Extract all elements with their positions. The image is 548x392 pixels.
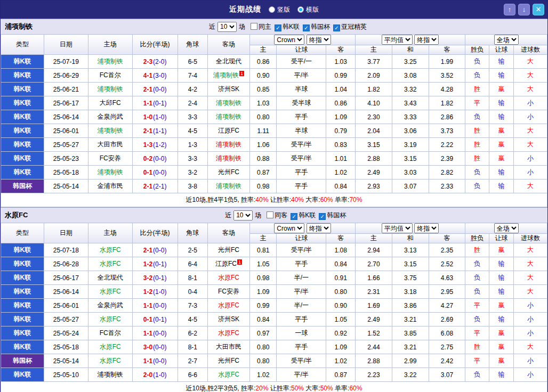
average-select[interactable]: 平均值 <box>382 223 413 233</box>
away-team-cell[interactable]: 济州SK <box>208 83 250 96</box>
odds-stage-select[interactable]: 终指 <box>307 35 331 45</box>
filter-checkbox-亚冠精英[interactable]: ✓亚冠精英 <box>330 23 367 30</box>
score-cell[interactable]: 3-0(0-0) <box>132 340 178 354</box>
away-team-cell[interactable]: 浦项制铁 <box>208 138 250 152</box>
away-team-cell[interactable]: 光州FC <box>208 243 250 257</box>
away-team-cell[interactable]: 光州FC <box>208 354 250 368</box>
away-team-name: 浦项制铁 <box>216 113 241 120</box>
home-team-cell[interactable]: FC安养 <box>88 152 132 166</box>
score-cell[interactable]: 1-1(0-1) <box>132 96 178 110</box>
home-team-cell[interactable]: 全北现代 <box>88 271 132 285</box>
home-team-cell[interactable]: 浦项制铁 <box>88 166 132 179</box>
score-cell[interactable]: 1-1(0-0) <box>132 354 178 368</box>
away-team-cell[interactable]: 水原FC <box>208 326 250 340</box>
filter-checkbox-韩K联[interactable]: ✓韩K联 <box>271 23 300 30</box>
view-mode-radio-vertical[interactable]: 竖版 <box>269 5 290 14</box>
handicap-cell: 半/一 <box>277 299 326 313</box>
score-cell[interactable]: 1-1(0-0) <box>132 299 178 313</box>
recent-count-select[interactable]: 10 <box>217 22 237 32</box>
date-cell: 25-05-18 <box>44 166 88 179</box>
scope-select[interactable]: 全场 <box>494 35 519 45</box>
filter-checkbox-同客[interactable]: 同客 <box>263 211 287 219</box>
score-cell[interactable]: 1-0(1-0) <box>132 110 178 124</box>
corner-cell: 4-2 <box>178 83 208 96</box>
home-team-cell[interactable]: 水原FC <box>88 243 132 257</box>
filter-label: 同客 <box>275 211 287 219</box>
away-team-cell[interactable]: 水原FC <box>208 299 250 313</box>
bookmaker-select[interactable]: Crown <box>274 35 304 45</box>
score-cell[interactable]: 4-1(3-0) <box>132 69 178 83</box>
score-cell[interactable]: 2-1(1-1) <box>132 124 178 138</box>
scope-select[interactable]: 全场 <box>494 223 519 233</box>
home-team-cell[interactable]: 金泉尚武 <box>88 299 132 313</box>
score-cell[interactable]: 0-1(0-0) <box>132 166 178 179</box>
home-team-cell[interactable]: 浦项制铁 <box>88 368 132 382</box>
col-odds-away: 客 <box>326 234 356 243</box>
col-handicap-result: 让球 <box>489 45 513 55</box>
score-cell[interactable]: 2-0(1-0) <box>132 368 178 382</box>
home-team-cell[interactable]: 大田市民 <box>88 138 132 152</box>
home-team-cell[interactable]: 大邱FC <box>88 96 132 110</box>
away-team-cell[interactable]: 江原FC1 <box>208 257 250 271</box>
home-team-cell[interactable]: FC首尔 <box>88 69 132 83</box>
away-team-cell[interactable]: 全北现代 <box>208 55 250 69</box>
away-team-cell[interactable]: 光州FC <box>208 166 250 179</box>
bookmaker-select[interactable]: Crown <box>274 223 304 233</box>
away-team-cell[interactable]: 大田市民 <box>208 340 250 354</box>
section-header-bar: 浦项制铁 近 10 场 同主✓韩K联✓韩国杯✓亚冠精英 <box>1 19 547 34</box>
score-cell[interactable]: 1-2(1-0) <box>132 285 178 299</box>
recent-count-select[interactable]: 10 <box>233 210 253 220</box>
score-cell[interactable]: 1-1(0-0) <box>132 326 178 340</box>
avg-stage-select[interactable]: 终指 <box>414 35 439 45</box>
score-cell[interactable]: 2-3(2-0) <box>132 55 178 69</box>
away-team-cell[interactable]: 浦项制铁 <box>208 96 250 110</box>
score-cell[interactable]: 0-1(0-1) <box>132 313 178 326</box>
close-button[interactable]: ✕ <box>533 4 544 15</box>
away-team-cell[interactable]: 济州SK <box>208 313 250 326</box>
halftime-score: (0-0) <box>153 155 166 162</box>
away-team-cell[interactable]: 水原FC <box>208 368 250 382</box>
summary-text: 让胜率: <box>268 196 291 203</box>
score-cell[interactable]: 0-2(0-0) <box>132 152 178 166</box>
filter-checkbox-韩国杯[interactable]: ✓韩国杯 <box>300 23 330 30</box>
filter-checkbox-韩国杯[interactable]: ✓韩国杯 <box>316 211 346 219</box>
league-cell: 韩K联 <box>1 110 44 124</box>
filter-checkbox-同主[interactable]: 同主 <box>247 23 271 30</box>
move-down-button[interactable]: ↓ <box>518 4 530 15</box>
away-team-cell[interactable]: 浦项制铁1 <box>208 69 250 83</box>
score-cell[interactable]: 2-1(2-1) <box>132 179 178 193</box>
view-mode-radio-horizontal[interactable]: 横版 <box>297 5 319 14</box>
move-up-button[interactable]: ↑ <box>504 4 515 15</box>
avg-draw-cell: 3.08 <box>392 69 429 83</box>
home-team-cell[interactable]: 水原FC <box>88 354 132 368</box>
filter-checkbox-韩K联[interactable]: ✓韩K联 <box>287 211 316 219</box>
home-team-cell[interactable]: 金泉尚武 <box>88 110 132 124</box>
home-team-cell[interactable]: 水原FC <box>88 257 132 271</box>
home-team-cell[interactable]: 金浦市民 <box>88 179 132 193</box>
home-team-name: 金泉尚武 <box>98 113 123 120</box>
away-team-cell[interactable]: 水原FC <box>208 271 250 285</box>
away-team-cell[interactable]: 浦项制铁 <box>208 110 250 124</box>
summary-row: 近10场,胜4平1负5, 胜率:40% 让胜率:40% 大率:60% 单率:70… <box>1 193 547 207</box>
away-team-cell[interactable]: 浦项制铁 <box>208 179 250 193</box>
home-team-cell[interactable]: 浦项制铁 <box>88 83 132 96</box>
score-cell[interactable]: 2-1(0-0) <box>132 83 178 96</box>
away-team-cell[interactable]: 江原FC <box>208 124 250 138</box>
score-cell[interactable]: 2-1(0-0) <box>132 243 178 257</box>
away-team-cell[interactable]: FC安养 <box>208 285 250 299</box>
match-row: 韩K联25-05-18水原FC3-0(0-0)8-1大田市民0.80平手1.09… <box>1 340 547 354</box>
home-team-cell[interactable]: 水原FC <box>88 285 132 299</box>
home-team-cell[interactable]: 浦项制铁 <box>88 55 132 69</box>
score-cell[interactable]: 1-2(0-1) <box>132 257 178 271</box>
home-team-cell[interactable]: 水原FC <box>88 340 132 354</box>
home-team-cell[interactable]: 浦项制铁 <box>88 124 132 138</box>
avg-stage-select[interactable]: 终指 <box>414 223 439 233</box>
league-cell: 韩K联 <box>1 124 44 138</box>
score-cell[interactable]: 1-3(1-2) <box>132 138 178 152</box>
away-team-cell[interactable]: 浦项制铁 <box>208 152 250 166</box>
score-cell[interactable]: 3-2(0-1) <box>132 271 178 285</box>
odds-stage-select[interactable]: 终指 <box>307 223 331 233</box>
home-team-cell[interactable]: FC首尔 <box>88 326 132 340</box>
average-select[interactable]: 平均值 <box>382 35 413 45</box>
home-team-cell[interactable]: 水原FC <box>88 313 132 326</box>
